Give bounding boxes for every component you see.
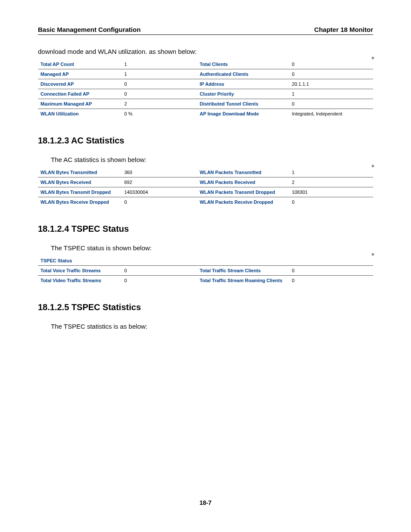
cell-value: Integrated, Independent — [289, 109, 373, 119]
section-body: The TSPEC status is shown below: — [51, 244, 373, 252]
cell-label: WLAN Packets Transmitted — [197, 168, 290, 177]
cell-label: Discovered AP — [38, 79, 122, 89]
cell-label: WLAN Bytes Transmitted — [38, 168, 122, 177]
section-heading-tspec-statistics: 18.1.2.5 TSPEC Statistics — [38, 302, 373, 312]
cell-value: 140330004 — [122, 187, 197, 197]
table-row: WLAN Utilization 0 % AP Image Download M… — [38, 109, 373, 119]
cell-value: 0 % — [122, 109, 197, 119]
section-heading-tspec-status: 18.1.2.4 TSPEC Status — [38, 224, 373, 234]
cell-label: Total Clients — [197, 59, 290, 69]
cell-label: Cluster Priority — [197, 89, 290, 99]
cell-label: IP Address — [197, 79, 290, 89]
cell-label: WLAN Bytes Transmit Dropped — [38, 187, 122, 197]
ac-statistics-table-wrap: WLAN Bytes Transmitted 360 WLAN Packets … — [38, 168, 373, 207]
cell-label: WLAN Bytes Receive Dropped — [38, 197, 122, 207]
intro-text: download mode and WLAN utilization. as s… — [38, 48, 373, 55]
cell-label: Total Voice Traffic Streams — [38, 266, 122, 276]
cell-value: 108301 — [289, 187, 373, 197]
cell-label: Authenticated Clients — [197, 69, 290, 79]
cell-value: 2 — [289, 177, 373, 187]
table-row: WLAN Bytes Transmitted 360 WLAN Packets … — [38, 168, 373, 177]
cell-label: Managed AP — [38, 69, 122, 79]
cell-value: 1 — [122, 69, 197, 79]
cell-label: WLAN Packets Transmit Dropped — [197, 187, 290, 197]
header-left: Basic Management Configuration — [38, 26, 140, 33]
cell-label: Distributed Tunnel Clients — [197, 99, 290, 109]
cell-label: Total AP Count — [38, 59, 122, 69]
cell-label: WLAN Utilization — [38, 109, 122, 119]
cell-value: 360 — [122, 168, 197, 177]
cell-value: 0 — [289, 69, 373, 79]
section-body: The AC statistics is shown below: — [51, 156, 373, 163]
cell-value: 1 — [289, 89, 373, 99]
section-body: The TSPEC statistics is as below: — [51, 323, 373, 330]
table-row: WLAN Bytes Receive Dropped 0 WLAN Packet… — [38, 197, 373, 207]
corner-tick-icon — [372, 57, 374, 59]
cell-label: Total Traffic Stream Clients — [197, 266, 290, 276]
table-row: Connection Failed AP 0 Cluster Priority … — [38, 89, 373, 99]
cell-value: 0 — [122, 197, 197, 207]
table-row: Total Video Traffic Streams 0 Total Traf… — [38, 276, 373, 286]
table-row: WLAN Bytes Received 692 WLAN Packets Rec… — [38, 177, 373, 187]
cell-label: AP Image Download Mode — [197, 109, 290, 119]
cell-label: WLAN Packets Receive Dropped — [197, 197, 290, 207]
table-row: Maximum Managed AP 2 Distributed Tunnel … — [38, 99, 373, 109]
table-row: Managed AP 1 Authenticated Clients 0 — [38, 69, 373, 79]
cell-value: 0 — [289, 197, 373, 207]
cell-value: 0 — [289, 59, 373, 69]
cell-value: 1 — [122, 59, 197, 69]
cell-value: 0 — [122, 79, 197, 89]
section-heading-ac-statistics: 18.1.2.3 AC Statistics — [38, 136, 373, 146]
corner-tick-icon — [372, 253, 374, 255]
table-row: WLAN Bytes Transmit Dropped 140330004 WL… — [38, 187, 373, 197]
cell-value: 0 — [122, 266, 197, 276]
global-status-table: Total AP Count 1 Total Clients 0 Managed… — [38, 59, 373, 118]
cell-value: 0 — [122, 276, 197, 286]
cell-label: Maximum Managed AP — [38, 99, 122, 109]
cell-label: Total Video Traffic Streams — [38, 276, 122, 286]
page-header: Basic Management Configuration Chapter 1… — [38, 26, 373, 35]
cell-label: WLAN Bytes Received — [38, 177, 122, 187]
ac-statistics-table: WLAN Bytes Transmitted 360 WLAN Packets … — [38, 168, 373, 207]
cell-value: 0 — [122, 89, 197, 99]
cell-value: 0 — [289, 276, 373, 286]
tspec-status-table: Total Voice Traffic Streams 0 Total Traf… — [38, 266, 373, 285]
cell-value: 1 — [289, 168, 373, 177]
cell-value: 692 — [122, 177, 197, 187]
page-number: 18-7 — [0, 499, 411, 506]
cell-label: Connection Failed AP — [38, 89, 122, 99]
cell-value: 20.1.1.1 — [289, 79, 373, 89]
cell-value: 2 — [122, 99, 197, 109]
table-row: Total AP Count 1 Total Clients 0 — [38, 59, 373, 69]
table-row: Discovered AP 0 IP Address 20.1.1.1 — [38, 79, 373, 89]
cell-label: WLAN Packets Received — [197, 177, 290, 187]
corner-tick-icon — [372, 165, 374, 167]
table-row: Total Voice Traffic Streams 0 Total Traf… — [38, 266, 373, 276]
cell-value: 0 — [289, 266, 373, 276]
cell-label: Total Traffic Stream Roaming Clients — [197, 276, 290, 286]
header-right: Chapter 18 Monitor — [314, 26, 373, 33]
cell-value: 0 — [289, 99, 373, 109]
tspec-status-title: TSPEC Status — [38, 256, 373, 266]
tspec-status-table-wrap: TSPEC Status Total Voice Traffic Streams… — [38, 256, 373, 285]
global-status-table-wrap: Total AP Count 1 Total Clients 0 Managed… — [38, 59, 373, 118]
